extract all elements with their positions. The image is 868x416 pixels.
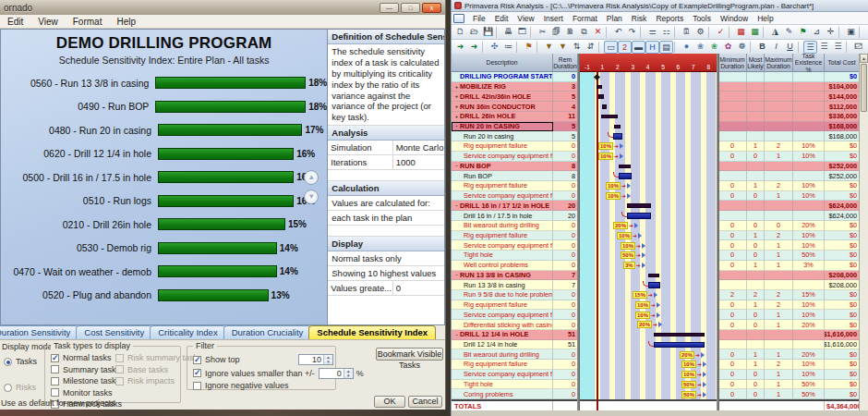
ok-button[interactable]: OK	[374, 396, 405, 408]
task-bar[interactable]	[627, 213, 651, 219]
info-value[interactable]: Monte Carlo	[393, 141, 444, 154]
minimize-button[interactable]: —	[380, 3, 399, 13]
checkbox-summary-tasks[interactable]	[51, 365, 59, 373]
summary-bar[interactable]	[619, 165, 631, 169]
summary-bar[interactable]	[614, 125, 621, 129]
spinner-arrows[interactable]: ▲▼	[323, 355, 332, 364]
scrollbar-thumb[interactable]	[861, 64, 867, 112]
table-row[interactable]: Coring problems000150%$0	[452, 389, 860, 399]
menu-item-format[interactable]: Format	[73, 17, 102, 27]
spinner-down-icon[interactable]: ▼	[324, 360, 332, 364]
italic-icon[interactable]: I	[769, 41, 783, 54]
links-icon[interactable]: ⚌	[645, 26, 659, 39]
print-preview-icon[interactable]: 🗔	[515, 26, 529, 39]
bar-rect[interactable]	[158, 148, 294, 160]
risk-impact-marker[interactable]: 15%➜	[633, 292, 657, 300]
distribution-graph-icon[interactable]: ◮	[768, 26, 782, 39]
outline-level-icon[interactable]: ≔	[501, 41, 515, 54]
summary-bar[interactable]	[597, 85, 602, 90]
menu-item-risk[interactable]: Risk	[627, 14, 652, 23]
risk-impact-marker[interactable]: 20%➜	[613, 222, 638, 229]
checkbox-normal-tasks[interactable]	[51, 354, 59, 362]
spinner-input[interactable]: 0▲▼	[319, 368, 354, 379]
undo-icon[interactable]: ↶	[611, 26, 625, 39]
expand-icon[interactable]: +	[453, 104, 460, 109]
summary-bar[interactable]	[627, 203, 651, 208]
scroll-down-button[interactable]: ▼	[304, 190, 319, 204]
risk-impact-marker[interactable]: 10%➜	[681, 371, 706, 378]
scrollbar-up-arrow[interactable]: ▲	[860, 54, 868, 63]
new-plan-icon[interactable]: 🗋	[453, 26, 467, 39]
table-row[interactable]: Service company equipment failure000110%…	[452, 370, 860, 380]
table-row[interactable]: Bit wearout during drilling001120%$0	[452, 349, 860, 360]
expand-icon[interactable]: +	[453, 84, 460, 90]
quick-risk-icon[interactable]: ✎	[782, 26, 796, 39]
goto-prev-icon[interactable]: ➜	[467, 41, 481, 54]
menu-item-file[interactable]: File	[468, 14, 490, 23]
calendar-icon[interactable]: 🗓	[680, 26, 693, 39]
spinner-arrows[interactable]: ▲▼	[344, 369, 353, 378]
bar-rect[interactable]	[158, 171, 294, 183]
checkbox-monitor-tasks[interactable]	[51, 388, 59, 397]
col-total-cost-header[interactable]: Total Cost	[825, 54, 860, 72]
maximize-button[interactable]: □	[401, 3, 420, 13]
menu-item-window[interactable]: Window	[716, 14, 753, 23]
risk-impact-marker[interactable]: 10%➜	[598, 143, 623, 151]
table-row[interactable]: Service company equipment failure000110%…	[452, 191, 860, 202]
table-row[interactable]: -RUN BOP8$252,000	[452, 162, 860, 172]
risk-impact-marker[interactable]: 10%➜	[621, 242, 645, 250]
risk-analysis-icon[interactable]: ✛	[824, 26, 838, 39]
spinner-value[interactable]: 10	[299, 355, 323, 364]
gantt-view-icon[interactable]: ▭	[604, 41, 618, 54]
checkbox-ignore-values-smaller-than-[interactable]	[193, 369, 201, 377]
collapse-icon[interactable]: -	[453, 272, 460, 277]
col-task-existence-header[interactable]: Task Existence %	[793, 54, 825, 72]
collapse-icon[interactable]: -	[453, 163, 460, 168]
bar-rect[interactable]	[158, 195, 294, 207]
spinner-input[interactable]: 10▲▼	[298, 354, 333, 365]
col-most-likely-header[interactable]: Most Likely	[747, 54, 765, 72]
risk-impact-marker[interactable]: 10%➜	[635, 301, 660, 309]
histogram-view-icon[interactable]: Η	[645, 41, 659, 54]
table-row[interactable]: Tight hole000150%$0	[452, 251, 860, 261]
table-row[interactable]: -DRILL 16 in / 17 1/2 in HOLE20$624,000	[452, 201, 860, 211]
collapse-icon[interactable]: -	[453, 123, 460, 128]
table-row[interactable]: Drill 16 in / 17.5 in hole20$624,000	[452, 211, 860, 221]
risk-impact-marker[interactable]: 3%➜	[623, 262, 645, 269]
primavera-titlebar[interactable]: Primavera Risk Analysis - [C:\...\Primav…	[452, 0, 868, 12]
risk-matrix-icon[interactable]: ▦	[734, 26, 748, 39]
align-center-icon[interactable]: ☰	[817, 41, 831, 54]
chart-1-icon[interactable]: 🗠	[851, 41, 865, 54]
bold-icon[interactable]: B	[755, 41, 769, 54]
risk-flower-3-icon[interactable]: ✿	[721, 41, 735, 54]
info-value[interactable]: 0	[393, 281, 444, 295]
document-icon[interactable]	[453, 14, 464, 23]
vertical-scrollbar[interactable]: ▲	[859, 54, 868, 410]
sheet-view-icon[interactable]: ▤	[659, 41, 673, 54]
goto-next-icon[interactable]: ➜	[453, 41, 467, 54]
paste-icon[interactable]: 🗎	[563, 26, 577, 39]
scroll-up-button[interactable]: ▲	[304, 170, 319, 185]
risk-impact-marker[interactable]: 20%➜	[680, 351, 705, 359]
bookmark-visible-tasks-button[interactable]: Bookmark Visible Tasks	[376, 348, 443, 361]
collapse-icon[interactable]: -	[453, 332, 460, 337]
tornado-titlebar[interactable]: ornado — □ x	[0, 0, 445, 15]
filter-icon[interactable]: ▼	[542, 41, 556, 54]
risk-impact-marker[interactable]: 50%➜	[621, 252, 645, 260]
autofilter-icon[interactable]: ▼	[556, 41, 570, 54]
checkbox-ignore-negative-values[interactable]	[193, 382, 201, 390]
table-row[interactable]: Service company equipment failure000110%…	[452, 152, 860, 162]
checkbox-risk-summary-tasks[interactable]	[115, 354, 124, 362]
summary-bar[interactable]	[602, 104, 607, 109]
spinner-down-icon[interactable]: ▼	[344, 373, 353, 378]
expand-icon[interactable]: +	[453, 114, 460, 119]
summary-bar[interactable]	[601, 115, 618, 119]
risk-impact-marker[interactable]: 10%➜	[606, 183, 631, 190]
menu-item-view[interactable]: View	[38, 17, 58, 27]
menu-item-edit[interactable]: Edit	[490, 14, 513, 23]
menu-item-format[interactable]: Format	[568, 14, 602, 23]
risk-impact-marker[interactable]: 50%➜	[681, 391, 706, 398]
risk-impact-marker[interactable]: 10%➜	[598, 153, 623, 160]
summary-bar[interactable]	[598, 94, 604, 99]
underline-icon[interactable]: U	[783, 41, 797, 54]
